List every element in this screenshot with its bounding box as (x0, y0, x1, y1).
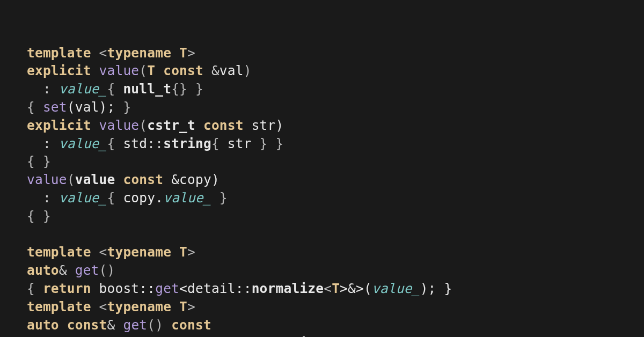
amp: & (107, 317, 115, 333)
kw-const: const (67, 317, 107, 333)
member-value: value_ (59, 190, 107, 206)
braces-close: } } (260, 136, 284, 151)
kw-template: template (27, 244, 91, 260)
angle-close: > (340, 335, 348, 337)
tpl-detail: <detail:: (179, 281, 252, 296)
kw-explicit: explicit (27, 118, 91, 133)
member-value: value_ (163, 190, 211, 206)
brace-open: { (107, 136, 115, 151)
type-normalize: normalize (252, 335, 324, 337)
colon: : (43, 190, 51, 206)
angle-close: > (187, 244, 195, 260)
fn-boost-get: get (155, 335, 179, 337)
type-value: value (75, 172, 115, 187)
param-copy: &copy) (171, 172, 219, 187)
angle-open: < (99, 299, 107, 314)
type-T: T (179, 244, 187, 260)
angle-close: > (187, 299, 195, 314)
brace-open: { (27, 99, 35, 115)
kw-const: const (171, 317, 211, 333)
stmt-end: ); } (468, 335, 500, 337)
code-block: template <typename T> explicit value(T c… (27, 44, 644, 337)
member-value: value_ (372, 281, 420, 296)
kw-const: const (356, 335, 396, 337)
type-T: T (332, 335, 340, 337)
ns-boost: boost:: (99, 335, 156, 337)
kw-const: const (163, 63, 203, 78)
kw-auto: auto (27, 262, 59, 278)
fn-boost-get: get (155, 281, 179, 296)
arg-str: str (228, 136, 252, 151)
args-val: (val); (67, 99, 115, 115)
member-value: value_ (420, 335, 469, 337)
ns-boost: boost:: (99, 281, 156, 296)
tpl-close: &>( (396, 335, 420, 337)
type-cstr-t: cstr_t (147, 118, 195, 133)
ns-std: std (123, 136, 147, 151)
paren-close: ) (244, 63, 252, 78)
ctor-value: value (99, 63, 140, 78)
braces: {} (171, 81, 187, 97)
member-value: value_ (59, 81, 107, 97)
fn-get: get (75, 262, 99, 278)
kw-template: template (27, 299, 91, 314)
empty-body: { } (27, 153, 51, 169)
type-T: T (179, 45, 187, 61)
parens: () (99, 262, 115, 278)
kw-typename: typename (107, 244, 172, 260)
amp: & (59, 262, 67, 278)
angle-close: > (187, 45, 195, 61)
brace-open: { (107, 190, 115, 206)
kw-const: const (203, 118, 244, 133)
angle-open: < (324, 335, 332, 337)
angle-open: < (324, 281, 332, 296)
colon: : (43, 136, 51, 151)
paren-open: ( (67, 172, 75, 187)
kw-const: const (123, 172, 163, 187)
type-T: T (147, 63, 155, 78)
kw-typename: typename (107, 45, 172, 61)
paren-open: ( (139, 63, 147, 78)
angle-open: < (99, 45, 107, 61)
colon: : (43, 81, 51, 97)
param-str: str) (252, 118, 284, 133)
member-value: value_ (59, 136, 107, 151)
parens: () (147, 317, 163, 333)
expr-copy: copy. (123, 190, 163, 206)
brace-open: { (27, 335, 35, 337)
brace-open: { (211, 136, 219, 151)
amp: & (211, 63, 219, 78)
type-null-t: null_t (123, 81, 171, 97)
stmt-end: ); } (420, 281, 452, 296)
tpl-detail: <detail:: (179, 335, 252, 337)
angle-open: < (99, 244, 107, 260)
type-T: T (332, 281, 340, 296)
brace-close: } (219, 190, 228, 206)
paren-open: ( (139, 118, 147, 133)
tpl-close: >&>( (340, 281, 372, 296)
type-string: string (163, 136, 211, 151)
fn-get: get (123, 317, 147, 333)
type-T: T (179, 299, 187, 314)
fn-set: set (43, 99, 67, 115)
ctor-value: value (99, 118, 140, 133)
kw-return: return (43, 335, 91, 337)
ctor-value: value (27, 172, 67, 187)
scope: :: (147, 136, 163, 151)
brace-close: } (195, 81, 203, 97)
kw-explicit: explicit (27, 63, 91, 78)
brace-open: { (107, 81, 115, 97)
kw-auto: auto (27, 317, 59, 333)
empty-body: { } (27, 208, 51, 224)
brace-open: { (27, 281, 35, 296)
kw-return: return (43, 281, 91, 296)
type-normalize: normalize (252, 281, 324, 296)
param-val: val (219, 63, 244, 78)
kw-typename: typename (107, 299, 172, 314)
brace-close: } (123, 99, 131, 115)
kw-template: template (27, 45, 91, 61)
